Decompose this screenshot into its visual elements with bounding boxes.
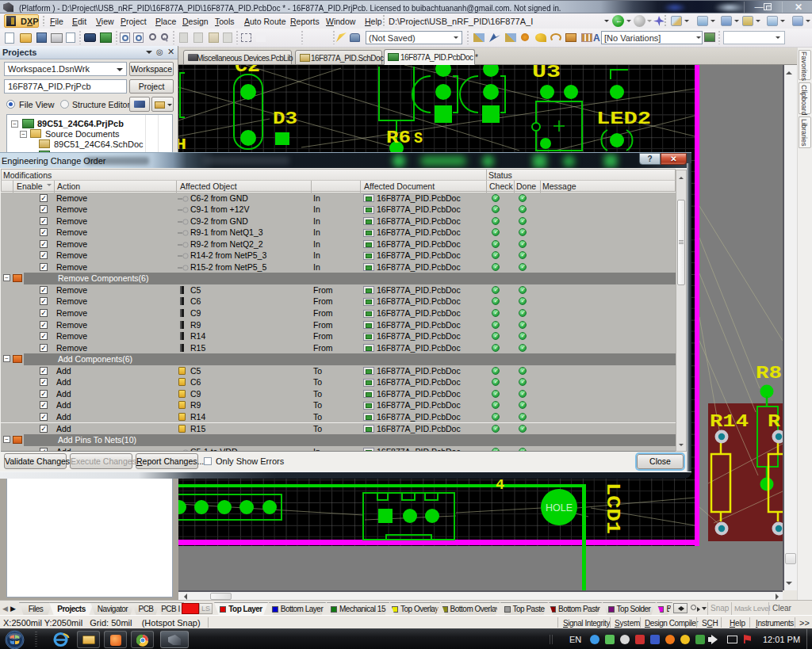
svg-text:S: S	[414, 129, 423, 147]
svg-text:C2: C2	[235, 65, 260, 77]
svg-text:D3: D3	[273, 109, 297, 129]
svg-text:R6: R6	[386, 128, 411, 148]
svg-text:R: R	[768, 412, 781, 432]
svg-text:H: H	[178, 136, 186, 154]
svg-text:4: 4	[496, 476, 504, 494]
svg-text:U3: U3	[532, 65, 561, 82]
svg-text:R8: R8	[756, 364, 782, 384]
svg-text:LCD1: LCD1	[602, 483, 622, 534]
svg-text:HOLE: HOLE	[546, 502, 573, 513]
svg-text:R14: R14	[710, 412, 749, 432]
svg-text:LED2: LED2	[596, 109, 651, 129]
